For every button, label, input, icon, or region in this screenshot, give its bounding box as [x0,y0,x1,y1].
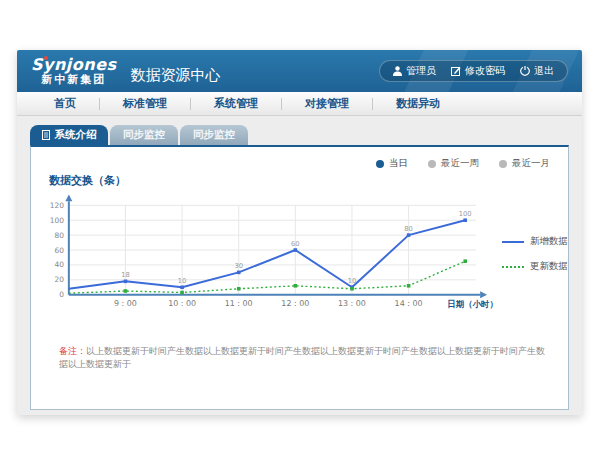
legend-item-new-data: 新增数据 [502,235,568,248]
radio-unselected-icon [499,160,507,168]
logout-label: 退出 [534,64,554,78]
svg-text:11 : 00: 11 : 00 [225,299,253,308]
svg-text:80: 80 [404,225,413,233]
current-user[interactable]: 管理员 [393,64,436,78]
logo-accent-dot [44,56,48,60]
company-logo: Synjones 新中新集团 [31,57,117,85]
nav-item-data-change[interactable]: 数据异动 [373,96,463,111]
chart-y-axis-title: 数据交换（条） [49,173,568,188]
tab-sync-monitor-1[interactable]: 同步监控 [110,125,178,145]
svg-text:14 : 00: 14 : 00 [395,299,423,308]
logo-company-text: 新中新集团 [41,74,106,86]
nav-item-system-mgmt[interactable]: 系统管理 [191,96,281,111]
nav-item-standard-mgmt[interactable]: 标准管理 [100,96,190,111]
radio-selected-icon [376,160,384,168]
svg-text:12 : 00: 12 : 00 [281,299,309,308]
power-icon [520,66,530,76]
logout-button[interactable]: 退出 [520,64,554,78]
svg-text:0: 0 [59,290,64,299]
tab-sync-monitor-2[interactable]: 同步监控 [180,125,248,145]
chart-legend: 新增数据 更新数据 [502,235,568,319]
document-icon [42,130,50,140]
solid-line-icon [502,241,524,243]
main-nav: 首页 标准管理 系统管理 对接管理 数据异动 [17,92,582,116]
svg-text:40: 40 [54,260,64,269]
dotted-line-icon [502,266,524,268]
current-user-label: 管理员 [406,64,436,78]
footnote: 备注：以上数据更新于时间产生数据以上数据更新于时间产生数据以上数据更新于时间产生… [59,345,568,371]
legend-item-update-data: 更新数据 [502,260,568,273]
svg-text:100: 100 [50,216,64,225]
chart-container: 0204060801001209 : 0010 : 0011 : 0012 : … [31,189,568,319]
change-password-label: 修改密码 [465,64,505,78]
radio-unselected-icon [428,160,436,168]
filter-option-today[interactable]: 当日 [376,157,408,170]
tab-label: 同步监控 [193,128,235,142]
line-chart: 0204060801001209 : 0010 : 0011 : 0012 : … [45,189,498,319]
chart-panel: 当日 最近一周 最近一月 数据交换（条） 0204060801001209 : … [30,145,569,410]
app-window: Synjones 新中新集团 数据资源中心 管理员 修改密码 退出 首页 标准管… [17,50,582,415]
svg-text:日期（小时）: 日期（小时） [447,299,498,309]
svg-text:13 : 00: 13 : 00 [338,299,366,308]
nav-item-home[interactable]: 首页 [31,96,99,111]
svg-text:60: 60 [54,246,64,255]
filter-option-last-week[interactable]: 最近一周 [428,157,479,170]
svg-text:100: 100 [459,210,472,218]
tab-label: 同步监控 [123,128,165,142]
svg-text:80: 80 [54,231,64,240]
filter-label: 当日 [389,157,408,170]
legend-label: 新增数据 [530,235,568,248]
nav-item-interface-mgmt[interactable]: 对接管理 [282,96,372,111]
filter-option-last-month[interactable]: 最近一月 [499,157,550,170]
footnote-label: 备注： [59,346,86,356]
svg-text:10: 10 [178,277,187,285]
content-area: 系统介绍 同步监控 同步监控 当日 最近一周 [17,116,582,410]
svg-text:10 : 00: 10 : 00 [168,299,196,308]
page-title: 数据资源中心 [131,58,221,85]
filter-label: 最近一月 [512,157,550,170]
edit-icon [451,66,461,76]
svg-text:18: 18 [121,271,130,279]
header-bar: Synjones 新中新集团 数据资源中心 管理员 修改密码 退出 [17,50,582,92]
svg-text:10: 10 [348,277,357,285]
footnote-text: 以上数据更新于时间产生数据以上数据更新于时间产生数据以上数据更新于时间产生数据以… [59,346,545,369]
tab-label: 系统介绍 [55,128,97,142]
filter-label: 最近一周 [441,157,479,170]
tab-bar: 系统介绍 同步监控 同步监控 [30,125,569,145]
tab-system-intro[interactable]: 系统介绍 [30,125,108,145]
svg-text:30: 30 [234,262,243,270]
legend-label: 更新数据 [530,260,568,273]
svg-text:9 : 00: 9 : 00 [114,299,137,308]
change-password-button[interactable]: 修改密码 [451,64,505,78]
user-icon [393,66,402,76]
user-menu: 管理员 修改密码 退出 [379,60,568,82]
svg-text:20: 20 [54,275,64,284]
svg-text:120: 120 [50,201,64,210]
time-range-filter: 当日 最近一周 最近一月 [31,147,568,170]
svg-text:60: 60 [291,240,300,248]
